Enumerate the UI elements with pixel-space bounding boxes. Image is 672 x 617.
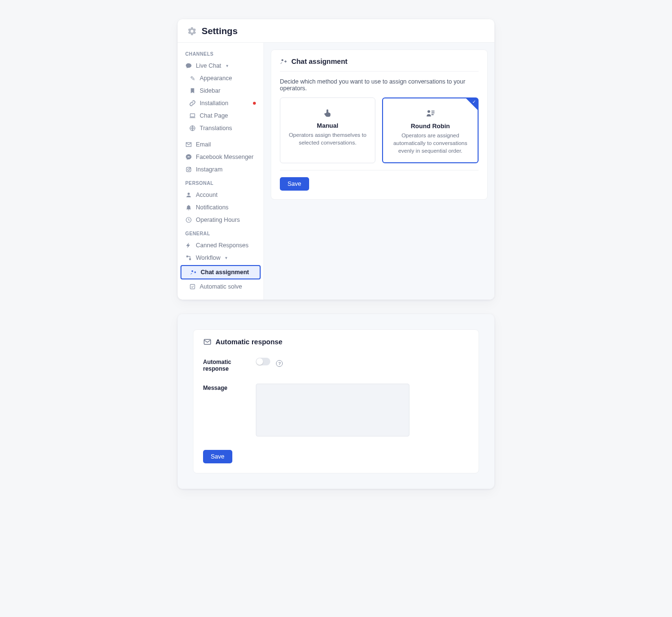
link-icon <box>189 100 196 107</box>
divider <box>280 170 479 170</box>
svg-point-11 <box>281 59 283 61</box>
svg-rect-7 <box>186 255 188 257</box>
sidebar-item-label: Translations <box>200 125 232 132</box>
sidebar-item-label: Email <box>196 141 211 148</box>
save-button[interactable]: Save <box>280 177 309 191</box>
sidebar-item-label: Account <box>196 192 217 198</box>
panel-header: Settings <box>178 19 494 43</box>
touch-icon <box>287 108 368 118</box>
card-title: Automatic response <box>216 338 282 346</box>
instagram-icon <box>185 166 192 173</box>
automatic-response-card: Automatic response Automatic response ? … <box>193 329 479 473</box>
svg-rect-8 <box>189 258 191 260</box>
sidebar-item-workflow[interactable]: Workflow ▾ <box>178 252 264 264</box>
bookmark-icon <box>189 87 196 94</box>
assignment-options: Manual Operators assign themselves to se… <box>280 97 479 163</box>
bell-icon <box>185 204 192 211</box>
sidebar-item-label: Installation <box>200 100 228 107</box>
sidebar-item-instagram[interactable]: Instagram <box>178 163 264 176</box>
option-round-robin[interactable]: ✓ Round Robin Operators are assigned aut… <box>382 97 479 163</box>
sidebar-subitem-installation[interactable]: Installation <box>178 97 264 109</box>
chevron-down-icon: ▾ <box>226 63 228 68</box>
sidebar-item-label: Appearance <box>200 75 232 82</box>
svg-point-5 <box>188 193 190 195</box>
card-header: Chat assignment <box>280 58 479 72</box>
svg-point-9 <box>192 270 193 272</box>
page-title: Settings <box>202 26 238 36</box>
clock-icon <box>185 217 192 223</box>
pencil-icon: ✎ <box>189 75 196 82</box>
bolt-icon <box>185 242 192 249</box>
sidebar-subitem-chat-page[interactable]: Chat Page <box>178 109 264 122</box>
mail-icon <box>185 141 192 148</box>
chat-assignment-card: Chat assignment Decide which method you … <box>271 49 488 200</box>
option-manual[interactable]: Manual Operators assign themselves to se… <box>280 97 375 163</box>
sidebar-subitem-sidebar[interactable]: Sidebar <box>178 85 264 97</box>
section-label-channels: CHANNELS <box>178 47 264 60</box>
check-icon: ✓ <box>472 99 476 104</box>
sidebar-item-label: Live Chat <box>196 62 221 69</box>
save-button[interactable]: Save <box>203 450 232 463</box>
check-square-icon <box>189 283 196 290</box>
option-title: Manual <box>287 122 368 129</box>
sidebar-item-label: Sidebar <box>200 87 220 94</box>
section-label-general: GENERAL <box>178 226 264 239</box>
laptop-icon <box>189 112 196 119</box>
assignment-icon <box>280 58 288 65</box>
sidebar-item-notifications[interactable]: Notifications <box>178 201 264 214</box>
automatic-response-panel: Automatic response Automatic response ? … <box>178 314 494 489</box>
message-textarea[interactable] <box>256 384 409 436</box>
sidebar-subitem-translations[interactable]: Translations <box>178 122 264 134</box>
sidebar-item-live-chat[interactable]: Live Chat ▾ <box>178 60 264 72</box>
user-icon <box>185 192 192 198</box>
section-label-personal: PERSONAL <box>178 176 264 189</box>
sidebar-subitem-chat-assignment[interactable]: Chat assignment <box>180 265 261 279</box>
svg-point-12 <box>427 110 430 113</box>
option-description: Operators are assigned automatically to … <box>390 132 471 155</box>
sidebar-item-label: Operating Hours <box>196 217 240 223</box>
sidebar-item-label: Automatic solve <box>200 283 242 290</box>
option-description: Operators assign themselves to selected … <box>287 131 368 146</box>
sidebar-item-canned-responses[interactable]: Canned Responses <box>178 239 264 252</box>
settings-sidebar: CHANNELS Live Chat ▾ ✎ Appearance Sideba… <box>178 43 264 300</box>
chevron-down-icon: ▾ <box>225 255 228 260</box>
sidebar-item-label: Chat assignment <box>201 269 249 276</box>
users-list-icon <box>390 108 471 119</box>
messenger-icon <box>185 154 192 160</box>
sidebar-item-label: Instagram <box>196 166 223 173</box>
workflow-icon <box>185 254 192 261</box>
notification-dot <box>253 102 256 105</box>
svg-point-4 <box>190 168 190 169</box>
sidebar-item-operating-hours[interactable]: Operating Hours <box>178 214 264 226</box>
option-title: Round Robin <box>390 122 471 130</box>
help-icon[interactable]: ? <box>276 360 283 367</box>
sidebar-subitem-automatic-solve[interactable]: Automatic solve <box>178 280 264 293</box>
card-description: Decide which method you want to use to a… <box>280 78 479 92</box>
sidebar-item-email[interactable]: Email <box>178 138 264 151</box>
sidebar-item-messenger[interactable]: Facebook Messenger <box>178 151 264 163</box>
form-row-toggle: Automatic response ? <box>203 358 469 372</box>
assignment-icon <box>190 269 197 276</box>
toggle-label: Automatic response <box>203 358 256 372</box>
globe-icon <box>189 125 196 132</box>
chat-bubble-icon <box>185 62 192 69</box>
sidebar-item-label: Canned Responses <box>196 242 249 249</box>
sidebar-item-label: Facebook Messenger <box>196 154 253 160</box>
message-label: Message <box>203 384 256 391</box>
mail-reply-icon <box>203 338 212 346</box>
gear-icon <box>187 26 197 36</box>
sidebar-subitem-appearance[interactable]: ✎ Appearance <box>178 72 264 85</box>
main-content: Chat assignment Decide which method you … <box>264 43 494 300</box>
sidebar-item-label: Chat Page <box>200 112 228 119</box>
automatic-response-toggle[interactable] <box>256 358 270 365</box>
sidebar-item-account[interactable]: Account <box>178 189 264 201</box>
settings-panel: Settings CHANNELS Live Chat ▾ ✎ Appearan… <box>178 19 494 300</box>
card-header: Automatic response <box>203 338 469 346</box>
sidebar-item-label: Workflow <box>196 254 220 261</box>
svg-rect-0 <box>190 114 194 117</box>
card-title: Chat assignment <box>291 58 348 65</box>
svg-rect-10 <box>190 284 194 289</box>
form-row-message: Message <box>203 384 469 438</box>
svg-point-3 <box>188 169 190 170</box>
sidebar-item-label: Notifications <box>196 204 228 211</box>
